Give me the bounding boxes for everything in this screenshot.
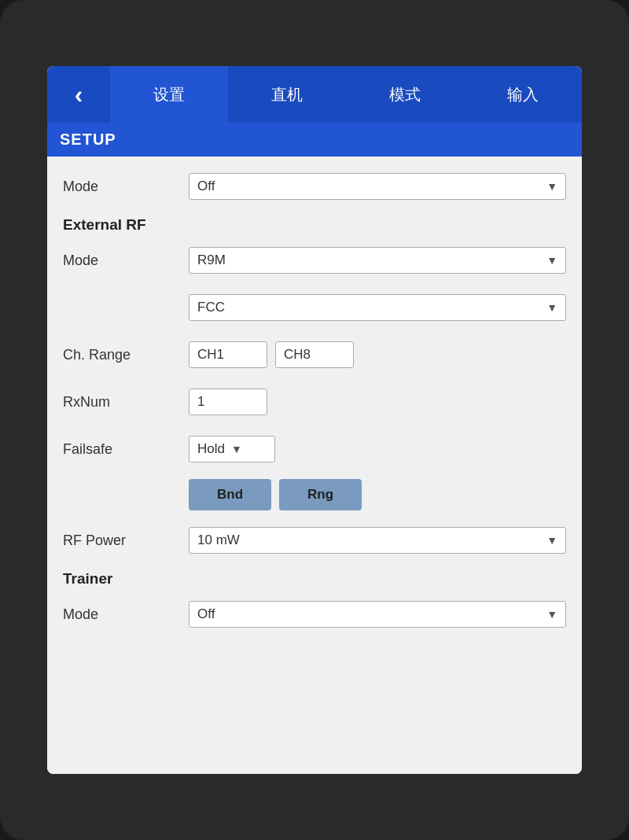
ch-range-label: Ch. Range [63, 347, 189, 363]
ch-range-ch2-input[interactable]: CH8 [275, 341, 354, 368]
rxnum-controls: 1 [189, 389, 566, 415]
external-rf-mode-dropdown[interactable]: R9M ▼ [189, 247, 566, 274]
region-dropdown[interactable]: FCC ▼ [189, 294, 566, 321]
bnd-button[interactable]: Bnd [189, 479, 271, 510]
ch-range-row: Ch. Range CH1 CH8 [63, 337, 566, 372]
rxnum-input[interactable]: 1 [189, 389, 267, 415]
section-header: SETUP [47, 123, 582, 157]
back-button[interactable]: ‹ [47, 66, 110, 123]
internal-rf-mode-dropdown[interactable]: Off ▼ [189, 173, 566, 200]
trainer-mode-row: Mode Off ▼ [63, 597, 566, 632]
failsafe-controls: Hold ▼ [189, 436, 566, 462]
ch-range-controls: CH1 CH8 [189, 341, 566, 368]
nav-tab-direct[interactable]: 直机 [228, 66, 346, 123]
external-rf-section: External RF [63, 216, 566, 234]
trainer-mode-value: Off [197, 606, 215, 622]
nav-tab-setup-label: 设置 [153, 84, 185, 105]
failsafe-label: Failsafe [63, 441, 189, 458]
ch-range-ch1-value: CH1 [197, 347, 224, 362]
internal-rf-mode-label: Mode [63, 179, 189, 195]
ch-range-ch1-input[interactable]: CH1 [189, 341, 267, 368]
section-header-text: SETUP [60, 131, 116, 148]
trainer-mode-dropdown[interactable]: Off ▼ [189, 601, 566, 628]
nav-tab-input[interactable]: 输入 [464, 66, 582, 123]
region-arrow: ▼ [546, 301, 557, 314]
region-controls: FCC ▼ [189, 294, 566, 321]
rf-power-row: RF Power 10 mW ▼ [63, 523, 566, 558]
rxnum-value: 1 [197, 394, 204, 409]
region-row: FCC ▼ [63, 290, 566, 325]
rf-power-dropdown[interactable]: 10 mW ▼ [189, 527, 566, 554]
nav-tab-mode[interactable]: 模式 [346, 66, 464, 123]
nav-bar: ‹ 设置 直机 模式 输入 [47, 66, 582, 123]
external-rf-mode-controls: R9M ▼ [189, 247, 566, 274]
internal-rf-mode-value: Off [197, 179, 215, 194]
external-rf-mode-arrow: ▼ [546, 254, 557, 267]
failsafe-row: Failsafe Hold ▼ [63, 432, 566, 466]
rf-power-controls: 10 mW ▼ [189, 527, 566, 554]
failsafe-dropdown[interactable]: Hold ▼ [189, 436, 275, 462]
internal-rf-mode-row: Mode Off ▼ [63, 169, 566, 204]
trainer-mode-arrow: ▼ [546, 608, 557, 621]
trainer-title: Trainer [63, 570, 112, 587]
bnd-rng-group: Bnd Rng [189, 479, 566, 510]
failsafe-value: Hold [197, 441, 225, 457]
region-value: FCC [197, 300, 225, 315]
nav-tab-mode-label: 模式 [389, 84, 421, 105]
rxnum-row: RxNum 1 [63, 385, 566, 419]
nav-tab-setup[interactable]: 设置 [110, 66, 228, 123]
rf-power-arrow: ▼ [546, 534, 557, 547]
external-rf-title: External RF [63, 216, 146, 233]
external-rf-mode-row: Mode R9M ▼ [63, 243, 566, 278]
rf-power-label: RF Power [63, 532, 189, 549]
external-rf-mode-label: Mode [63, 252, 189, 269]
screen: ‹ 设置 直机 模式 输入 SETUP Mode [47, 66, 582, 774]
back-icon: ‹ [75, 80, 83, 109]
ch-range-ch2-value: CH8 [284, 347, 311, 362]
trainer-mode-label: Mode [63, 606, 189, 623]
nav-tab-direct-label: 直机 [271, 84, 303, 105]
device-frame: ‹ 设置 直机 模式 输入 SETUP Mode [0, 0, 629, 840]
internal-rf-mode-controls: Off ▼ [189, 173, 566, 200]
trainer-section: Trainer [63, 570, 566, 588]
nav-tab-input-label: 输入 [507, 84, 539, 105]
external-rf-mode-value: R9M [197, 252, 226, 268]
rxnum-label: RxNum [63, 394, 189, 411]
failsafe-arrow: ▼ [231, 443, 242, 455]
content-area: Mode Off ▼ External RF Mode R9M [47, 157, 582, 774]
internal-rf-mode-arrow: ▼ [546, 180, 557, 193]
trainer-mode-controls: Off ▼ [189, 601, 566, 628]
rf-power-value: 10 mW [197, 532, 240, 548]
rng-button[interactable]: Rng [279, 479, 362, 510]
